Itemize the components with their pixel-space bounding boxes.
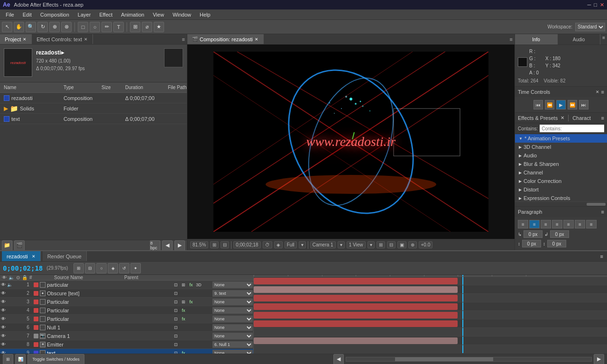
quality-arrow[interactable]: ▾	[299, 241, 306, 248]
close-tl-tab[interactable]: ✕	[32, 254, 36, 259]
close-comp-tab[interactable]: ✕	[255, 37, 258, 42]
tool-anchor[interactable]: ⊗	[61, 22, 72, 32]
bpc-indicator[interactable]: 8 bpc	[150, 240, 160, 251]
parent-select-1[interactable]: None	[212, 282, 253, 288]
parent-select-8[interactable]: 6. Null 1	[212, 341, 253, 348]
zoom-control[interactable]: 81.5%	[190, 241, 208, 248]
scroll-left-btn[interactable]: ◀	[333, 354, 344, 364]
justify-right-btn[interactable]: ≡	[575, 220, 585, 228]
camera-select[interactable]: Camera 1	[310, 241, 336, 248]
sw-fx-1[interactable]: fx	[188, 282, 194, 287]
workspace-select[interactable]: Standard	[575, 23, 605, 31]
region-btn[interactable]: ⊟	[387, 241, 395, 248]
layer-eye-8[interactable]: 👁	[0, 342, 7, 347]
layer-row-9[interactable]: 👁 9 text ⊡ fx None	[0, 349, 253, 354]
minimize-btn[interactable]: ─	[588, 2, 591, 8]
tl-tool-1[interactable]: ⊞	[74, 263, 84, 273]
tool-hand[interactable]: ✋	[14, 22, 24, 32]
tab-audio[interactable]: Audio	[558, 34, 600, 45]
space-before-input[interactable]	[522, 240, 541, 247]
bar-particular-3[interactable]	[254, 295, 458, 301]
maximize-btn[interactable]: □	[594, 2, 597, 8]
layer-row-8[interactable]: 👁 8 ✦ Emitter ⊡ 6. Null 1	[0, 340, 253, 349]
ep-item-color-correction[interactable]: ▶ Color Correction	[515, 177, 607, 185]
menu-help[interactable]: Help	[196, 11, 214, 18]
next-frame-btn-tc[interactable]: ⏩	[568, 100, 577, 109]
layer-eye-9[interactable]: 👁	[0, 350, 7, 354]
parent-select-7[interactable]: None	[212, 333, 253, 339]
close-btn[interactable]: ✕	[600, 2, 604, 8]
menu-layer[interactable]: Layer	[74, 11, 95, 18]
justify-center-btn[interactable]: ≡	[563, 220, 574, 228]
tl-tool-4[interactable]: ◈	[108, 263, 118, 273]
playhead[interactable]	[462, 275, 463, 276]
ep-item-expression[interactable]: ▶ Expression Controls	[515, 194, 607, 201]
layer-checkbox-1[interactable]	[40, 282, 46, 288]
menu-window[interactable]: Window	[169, 11, 195, 18]
effects-search-input[interactable]	[540, 125, 604, 132]
timecode-display[interactable]: 0;00;02;18	[233, 241, 260, 248]
ep-item-distort[interactable]: ▶ Distort	[515, 185, 607, 194]
layer-eye-2[interactable]: 👁	[0, 291, 7, 296]
parent-select-4[interactable]: None	[212, 307, 253, 314]
layer-checkbox-4[interactable]	[40, 308, 46, 313]
bar-particular-1[interactable]	[254, 278, 458, 284]
layer-row-5[interactable]: 👁 5 Particular ⊡ fx None	[0, 315, 253, 323]
indent-right-input[interactable]	[550, 230, 569, 238]
layer-eye-1[interactable]: 👁	[0, 282, 7, 287]
proj-item-solids[interactable]: ▶📁Solids Folder	[0, 103, 187, 114]
tool-shape-ellipse[interactable]: ○	[90, 22, 100, 32]
sw-cont-3[interactable]: ⊞	[180, 300, 187, 304]
sw-fx-3[interactable]: fx	[188, 300, 194, 304]
prev-frame-btn-tc[interactable]: ⏪	[545, 100, 554, 109]
tool-selection[interactable]: ↖	[2, 22, 12, 32]
close-project-tab[interactable]: ✕	[23, 37, 27, 42]
tl-scroll-thumb[interactable]	[395, 357, 493, 361]
layer-checkbox-6[interactable]	[40, 325, 46, 330]
layer-row-6[interactable]: 👁 6 Null 1 ⊡ None	[0, 323, 253, 332]
menu-file[interactable]: File	[2, 11, 18, 18]
ep-item-3d-channel[interactable]: ▶ 3D Channel	[515, 143, 607, 151]
tab-composition[interactable]: 🎬 Composition: rezadosti ✕	[187, 34, 264, 44]
tl-bottom-1[interactable]: ⊞	[3, 354, 13, 364]
go-to-end-btn[interactable]: ⏭	[579, 100, 589, 109]
view-arrow[interactable]: ▾	[368, 241, 375, 248]
tc-panel-menu[interactable]: ≡	[601, 89, 604, 95]
comp-canvas[interactable]: www.rezadosti.ir	[187, 45, 515, 239]
tab-project[interactable]: Project ✕	[0, 34, 32, 44]
layer-eye-7[interactable]: 👁	[0, 333, 7, 338]
comp-panel-menu[interactable]: ≡	[508, 36, 515, 42]
ep-menu[interactable]: ≡	[601, 115, 604, 121]
menu-composition[interactable]: Composition	[37, 11, 73, 18]
sw-cont-1[interactable]: ⊞	[180, 282, 187, 287]
parent-select-3[interactable]: None	[212, 299, 253, 305]
layer-eye-3[interactable]: 👁	[0, 299, 7, 304]
layer-eye-6[interactable]: 👁	[0, 325, 7, 330]
transparency-btn[interactable]: ▣	[397, 241, 406, 248]
parent-select-2[interactable]: 9. text	[212, 290, 253, 297]
tab-effect-controls[interactable]: Effect Controls: text ✕	[32, 34, 93, 44]
ep-item-channel[interactable]: ▶ Channel	[515, 168, 607, 177]
layer-checkbox-2[interactable]: ●	[40, 291, 46, 296]
right-panel-menu[interactable]: ≡	[600, 34, 607, 45]
frame-rate-btn[interactable]: ⏱	[263, 241, 272, 248]
snap-btn[interactable]: ⊞	[210, 241, 219, 248]
menu-effect[interactable]: Effect	[95, 11, 116, 18]
layer-checkbox-5[interactable]	[40, 316, 46, 322]
layer-row-2[interactable]: 👁 2 ● Obscure [text] ⊡ 9. text	[0, 289, 253, 298]
ep-item-animation-presets[interactable]: ▼ * Animation Presets	[515, 134, 607, 143]
ep-item-blur[interactable]: ▶ Blur & Sharpen	[515, 160, 607, 168]
layer-audio-1[interactable]: 🔈	[7, 282, 12, 287]
new-comp-btn[interactable]: 🎬	[14, 240, 25, 251]
tl-tool-2[interactable]: ⊟	[85, 263, 95, 273]
tool-rotate[interactable]: ↻	[37, 22, 48, 32]
layer-row-7[interactable]: 👁 7 📷 Camera 1 ⊡ None	[0, 332, 253, 340]
tl-tool-3[interactable]: ○	[96, 263, 107, 273]
align-left-btn[interactable]: ≡	[518, 220, 528, 228]
para-menu[interactable]: ≡	[601, 209, 604, 215]
quality-select[interactable]: Full	[285, 241, 297, 248]
tl-scrollbar[interactable]	[346, 357, 592, 362]
sw-fx-5[interactable]: fx	[180, 317, 187, 321]
sw-shy-5[interactable]: ⊡	[173, 317, 179, 321]
justify-left-btn[interactable]: ≡	[552, 220, 562, 228]
